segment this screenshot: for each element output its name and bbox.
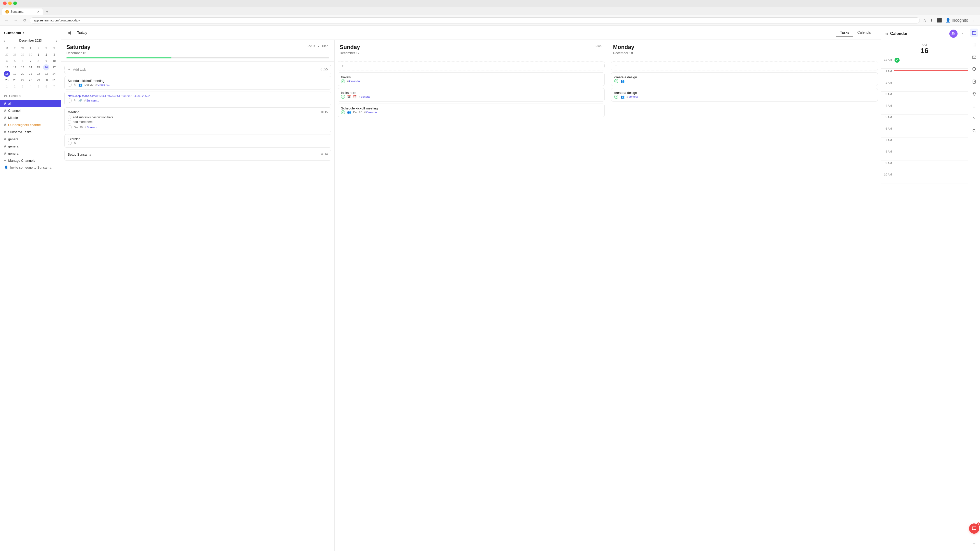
profile-button[interactable]: 👤 Incognito [945,17,969,24]
cal-day-29[interactable]: 29 [20,52,26,58]
right-sidebar-grid-icon[interactable] [970,41,978,49]
sidebar-item-all[interactable]: # all [0,100,61,107]
task-check[interactable] [68,98,72,103]
task-check[interactable] [68,125,72,129]
cal-day-29b[interactable]: 29 [35,77,41,83]
right-sidebar-location-icon[interactable] [970,90,978,98]
task-setup-sunsama[interactable]: Setup Sunsama 0:20 [64,150,331,161]
task-check-done[interactable] [341,110,345,114]
bookmark-button[interactable]: ☆ [922,17,928,24]
maximize-window-button[interactable] [13,2,17,5]
task-schedule-kickoff-sunday[interactable]: Schedule kickoff meeting 👥 Dec 20 #Cross… [338,103,605,117]
task-check-done[interactable] [614,95,618,99]
cal-day-22[interactable]: 22 [35,71,41,77]
task-check-done[interactable] [614,79,618,83]
brand-button[interactable]: Sunsama ▾ [0,29,61,38]
forward-button[interactable]: → [12,17,19,24]
cal-day-6[interactable]: 6 [20,58,26,64]
task-travels[interactable]: travels #Cross-fu... [338,73,605,86]
sidebar-item-general1[interactable]: # general [0,135,61,143]
cal-day-13[interactable]: 13 [20,64,26,70]
cal-day-15[interactable]: 15 [35,64,41,70]
cal-day-7[interactable]: 7 [27,58,33,64]
right-sidebar-add-button[interactable]: + [970,540,978,548]
task-schedule-kickoff[interactable]: Schedule kickoff meeting ↻ 👥 Dec 20 #Cro… [64,76,331,89]
cal-day-jan2[interactable]: 2 [12,83,18,89]
sidebar-item-general3[interactable]: # general [0,150,61,157]
cal-day-14[interactable]: 14 [27,64,33,70]
sunday-plan-button[interactable]: Plan [594,44,603,48]
right-sidebar-mail-icon[interactable] [970,53,978,61]
sidebar-item-sunsama-tasks[interactable]: # Sunsama Tasks [0,128,61,135]
active-tab[interactable]: S Sunsama ✕ [2,8,43,15]
right-sidebar-moon-icon[interactable] [970,114,978,122]
cal-day-17[interactable]: 17 [51,64,57,70]
cal-day-28[interactable]: 28 [12,52,18,58]
subtask-check[interactable] [68,120,71,124]
cal-day-23[interactable]: 23 [43,71,49,77]
close-window-button[interactable] [3,2,6,5]
sunday-add-task-button[interactable]: ＋ [338,61,605,70]
saturday-plan-button[interactable]: Plan [321,44,329,48]
reload-button[interactable]: ↻ [21,17,28,24]
cal-day-9[interactable]: 9 [43,58,49,64]
cal-day-3[interactable]: 3 [51,52,57,58]
cal-day-8[interactable]: 8 [35,58,41,64]
mini-cal-next-button[interactable]: › [56,38,58,43]
collapse-sidebar-button[interactable]: ◀ [66,29,72,37]
task-check[interactable] [68,83,72,87]
saturday-focus-button[interactable]: Focus [306,44,316,48]
subtask-check[interactable] [68,116,71,119]
saturday-add-task-button[interactable]: ＋ Add task 0:55 [64,65,331,74]
cal-day-12[interactable]: 12 [12,64,18,70]
download-button[interactable]: ⬇ [929,17,934,24]
back-button[interactable]: ← [3,17,10,24]
cal-day-27[interactable]: 27 [4,52,10,58]
task-check-done[interactable] [341,79,345,83]
cal-day-21[interactable]: 21 [27,71,33,77]
cal-day-jan6[interactable]: 6 [43,83,49,89]
calendar-zoom-button[interactable]: ⊕ [885,32,888,36]
task-url[interactable]: https://app.asana.com/0/12061746763851 1… [64,92,331,105]
invite-button[interactable]: 👤 Invite someone to Sunsama [0,164,61,171]
today-button[interactable]: Today [75,29,89,36]
calendar-forward-button[interactable]: → [959,32,964,36]
task-create-design-1[interactable]: create a design 👥 [611,73,878,86]
cal-day-19[interactable]: 19 [12,71,18,77]
cal-day-jan5[interactable]: 5 [35,83,41,89]
cal-day-10[interactable]: 10 [51,58,57,64]
task-check[interactable] [68,141,72,145]
cal-day-31[interactable]: 31 [51,77,57,83]
cal-day-20[interactable]: 20 [20,71,26,77]
cal-day-jan1[interactable]: 1 [4,83,10,89]
task-check-done[interactable] [341,95,345,99]
cal-day-4[interactable]: 4 [4,58,10,64]
right-sidebar-calendar-icon[interactable] [970,29,978,37]
sidebar-item-channel[interactable]: # Channel [0,107,61,114]
right-sidebar-sync-icon[interactable] [970,65,978,73]
cal-day-30b[interactable]: 30 [43,77,49,83]
tab-tasks[interactable]: Tasks [836,29,853,37]
task-create-design-2[interactable]: create a design 👥 #general [611,88,878,102]
cal-day-1[interactable]: 1 [35,52,41,58]
menu-button[interactable]: ⋮ [971,17,977,24]
task-exercise[interactable]: Exercise ↻ [64,134,331,148]
cal-day-25[interactable]: 25 [4,77,10,83]
monday-add-task-button[interactable]: ＋ [611,61,878,70]
cal-day-27b[interactable]: 27 [20,77,26,83]
cal-day-jan3[interactable]: 3 [20,83,26,89]
right-sidebar-notebook-icon[interactable] [970,78,978,86]
manage-channels-item[interactable]: + Manage Channels [0,157,61,164]
extensions-button[interactable]: ⬛ [936,17,943,24]
task-meeting[interactable]: Meeting 0:15 add subtasks description he… [64,107,331,132]
sidebar-item-general2[interactable]: # general [0,143,61,150]
cal-day-5[interactable]: 5 [12,58,18,64]
cal-day-28b[interactable]: 28 [27,77,33,83]
cal-day-30[interactable]: 30 [27,52,33,58]
right-sidebar-list-icon[interactable] [970,102,978,110]
cal-day-24[interactable]: 24 [51,71,57,77]
mini-cal-prev-button[interactable]: ‹ [3,38,5,43]
minimize-window-button[interactable] [8,2,12,5]
cal-day-2[interactable]: 2 [43,52,49,58]
task-tasks-here[interactable]: tasks here 📅 ⏰ #general [338,88,605,102]
